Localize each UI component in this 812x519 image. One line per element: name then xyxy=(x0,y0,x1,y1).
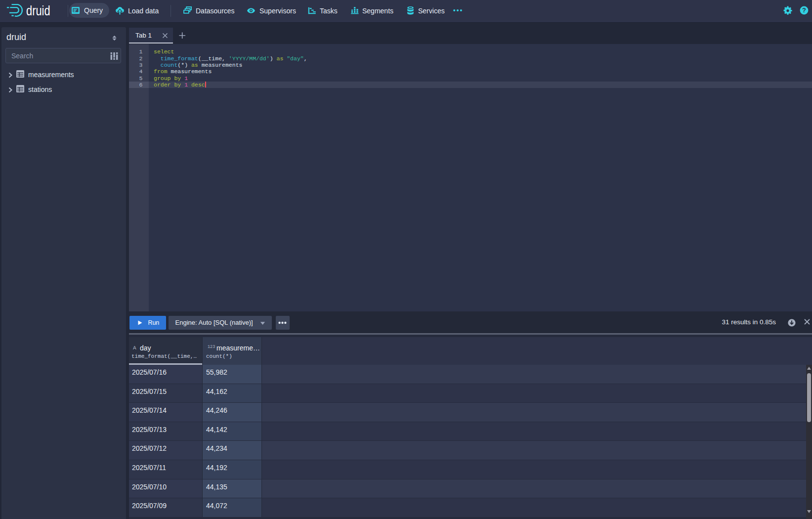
svg-text:?: ? xyxy=(802,6,806,14)
